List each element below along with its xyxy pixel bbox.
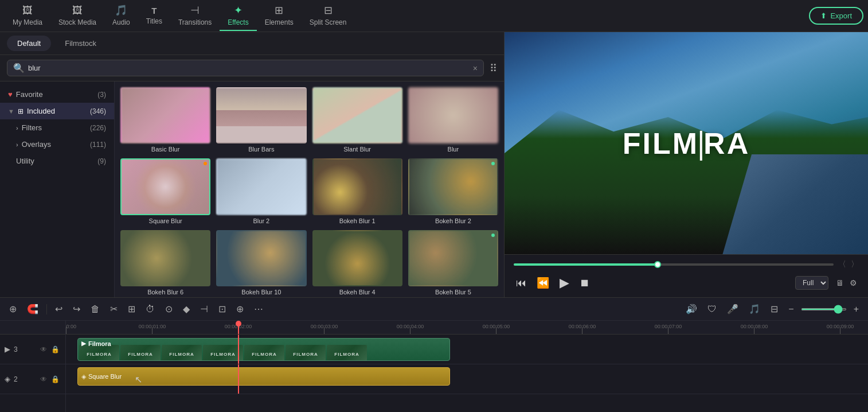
clip-thumb-4: FILMORA [203, 345, 243, 361]
playhead[interactable] [238, 321, 239, 334]
nav-transitions[interactable]: ⊣ Transitions [170, 1, 220, 31]
zoom-in-button[interactable]: + [850, 302, 862, 317]
select-button[interactable]: ⊕ [233, 301, 247, 317]
nav-titles[interactable]: T Titles [138, 2, 170, 30]
caption-button[interactable]: ⊟ [767, 301, 781, 317]
clear-search-button[interactable]: × [473, 64, 478, 73]
sidebar-filters-count: (226) [90, 124, 106, 132]
main-area: Default Filmstock 🔍 × ⠿ ♥ Favorite (3) [0, 32, 868, 297]
sidebar-item-overlays[interactable]: › Overlays (111) [0, 136, 114, 153]
play-back-button[interactable]: ⏪ [534, 274, 552, 291]
effect-bokeh-blur-10-thumb [216, 230, 306, 286]
transitions-icon: ⊣ [190, 4, 200, 17]
progress-thumb [654, 261, 661, 268]
clip-thumb-6: FILMORA [286, 345, 326, 361]
ruler-mark-7: 00:00:07:00 [668, 327, 668, 334]
add-media-button[interactable]: ⊕ [6, 301, 20, 317]
search-input[interactable] [28, 64, 470, 72]
search-bar: 🔍 × ⠿ [0, 55, 504, 81]
speed-button[interactable]: ⏱ [142, 302, 158, 317]
cut-button[interactable]: ✂ [107, 301, 121, 317]
nav-stock-media[interactable]: 🖼 Stock Media [50, 1, 104, 31]
toolbar-separator [46, 304, 47, 314]
ruler-mark-0: 00:00:00 [66, 327, 67, 334]
tab-default[interactable]: Default [7, 36, 51, 51]
sidebar-item-utility[interactable]: Utility (9) [0, 153, 114, 169]
clip-thumb-5: FILMORA [244, 345, 284, 361]
stop-button[interactable]: ⏹ [577, 275, 592, 291]
effect-bokeh-blur-1[interactable]: Bokeh Blur 1 [312, 158, 402, 224]
green-dot [491, 162, 495, 165]
clip-thumb-3: FILMORA [162, 345, 202, 361]
keyframe-button[interactable]: ◆ [179, 301, 193, 317]
timeline-section: ⊕ 🧲 ↩ ↪ 🗑 ✂ ⊞ ⏱ ⊙ ◆ ⊣ ⊡ ⊕ ⋯ 🔊 🛡 🎤 🎵 ⊟ − … [0, 297, 868, 412]
play-button[interactable]: ▶ [557, 273, 572, 293]
step-back-button[interactable]: ⏮ [514, 275, 529, 291]
sidebar-item-included[interactable]: ▼ ⊞ Included (346) [0, 103, 114, 119]
mic-button[interactable]: 🎤 [724, 301, 742, 317]
timeline-scroll[interactable]: 00:00:00 00:00:01:00 00:00:02:00 00:00:0… [66, 321, 868, 412]
main-video-clip[interactable]: ▶ Filmora FILMORA FILMORA FILMORA [77, 338, 450, 361]
zoom-out-button[interactable]: − [785, 302, 797, 317]
effect-bokeh-blur-1-thumb [312, 158, 402, 215]
progress-bar[interactable] [514, 263, 834, 266]
export-label: Export [830, 11, 852, 20]
monitor-view-button[interactable]: 🖥 [834, 277, 846, 289]
timeline-ruler: 00:00:00 00:00:01:00 00:00:02:00 00:00:0… [66, 321, 868, 335]
track-2-lock-button[interactable]: 🔒 [50, 374, 61, 384]
track-3-lock-button[interactable]: 🔒 [50, 344, 61, 355]
effect-slant-blur[interactable]: Slant Blur [312, 87, 402, 153]
shield-button[interactable]: 🛡 [704, 302, 720, 317]
tab-filmstock[interactable]: Filmstock [54, 36, 107, 51]
video-icon: ▶ [5, 345, 10, 353]
transform-button[interactable]: ⋯ [251, 301, 267, 317]
split-button[interactable]: ⊣ [197, 301, 212, 317]
sidebar-item-favorite[interactable]: ♥ Favorite (3) [0, 86, 114, 103]
preview-background: FILMRA [505, 32, 868, 254]
settings-view-button[interactable]: ⚙ [848, 277, 859, 289]
effects-icon: ✦ [234, 4, 243, 17]
effect-bokeh-blur-5[interactable]: Bokeh Blur 5 [408, 230, 498, 296]
filmora-text-7: FILMORA [334, 352, 359, 357]
effect-bokeh-blur-4-thumb [312, 230, 402, 286]
track-3-eye-button[interactable]: 👁 [39, 344, 48, 355]
nav-effects[interactable]: ✦ Effects [220, 1, 256, 31]
nav-split-screen[interactable]: ⊟ Split Screen [302, 1, 355, 31]
audio-button[interactable]: 🔊 [682, 301, 701, 317]
orange-dot [204, 162, 207, 165]
effect-square-blur-label: Square Blur [120, 217, 210, 224]
effect-bokeh-blur-2-label: Bokeh Blur 2 [408, 217, 498, 224]
crop-button[interactable]: ⊞ [124, 301, 139, 317]
magnet-button[interactable]: 🧲 [24, 301, 42, 317]
grid-icon: ⊞ [18, 107, 24, 115]
effect-clip[interactable]: ◈ Square Blur [77, 367, 450, 386]
delete-button[interactable]: 🗑 [87, 302, 103, 317]
redo-button[interactable]: ↪ [69, 301, 84, 317]
more-button[interactable]: ⊡ [215, 301, 229, 317]
time-bracket-left: 〈 [838, 259, 846, 270]
export-button[interactable]: ⬆ Export [809, 7, 863, 25]
color-button[interactable]: ⊙ [162, 301, 176, 317]
effect-blur-2[interactable]: Blur 2 [216, 158, 306, 224]
effect-bokeh-blur-10[interactable]: Bokeh Blur 10 [216, 230, 306, 296]
ruler-mark-1: 00:00:01:00 [152, 327, 153, 334]
grid-toggle-button[interactable]: ⠿ [490, 62, 497, 75]
effect-blur-bars[interactable]: Blur Bars [216, 87, 306, 153]
clip-thumb-2: FILMORA [120, 345, 161, 361]
music-button[interactable]: 🎵 [745, 301, 764, 317]
effect-blur[interactable]: Blur [408, 87, 498, 153]
nav-elements[interactable]: ⊞ Elements [257, 1, 302, 31]
undo-button[interactable]: ↩ [52, 301, 66, 317]
zoom-slider[interactable] [801, 308, 847, 310]
nav-my-media[interactable]: 🖼 My Media [5, 1, 50, 31]
effect-square-blur[interactable]: Square Blur [120, 158, 210, 224]
effect-basic-blur[interactable]: Basic Blur [120, 87, 210, 153]
quality-select[interactable]: Full 1/2 1/4 [795, 276, 828, 290]
sidebar-item-filters[interactable]: › Filters (226) [0, 119, 114, 136]
effect-bokeh-blur-2[interactable]: Bokeh Blur 2 [408, 158, 498, 224]
sidebar-included-count: (346) [90, 107, 106, 115]
effect-bokeh-blur-4[interactable]: Bokeh Blur 4 [312, 230, 402, 296]
nav-audio[interactable]: 🎵 Audio [104, 1, 138, 31]
effect-bokeh-blur-6[interactable]: Bokeh Blur 6 [120, 230, 210, 296]
track-2-eye-button[interactable]: 👁 [39, 374, 48, 384]
